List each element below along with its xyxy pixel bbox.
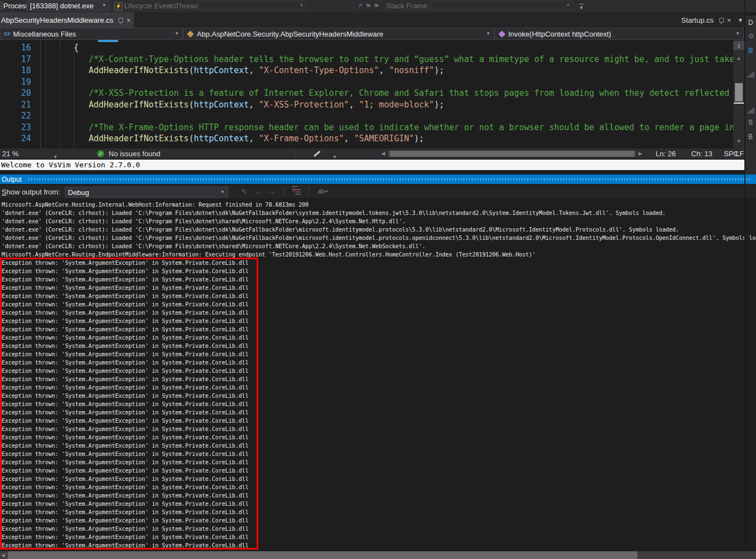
caret-position-marker [734,102,744,104]
panel-edge-decoration [747,107,754,114]
code-line[interactable]: /*The X-Frame-Options HTTP response head… [45,122,733,134]
code-line[interactable]: AddHeaderIfNotExists(httpContext, "X-Fra… [45,133,733,145]
type-dropdown[interactable]: Abp.AspNetCore.Security.AbpSecurityHeade… [183,28,494,40]
chevron-down-icon: ▼ [167,4,172,9]
splitter-handle-icon[interactable]: ↕ [733,41,744,50]
code-line[interactable]: AddHeaderIfNotExists(httpContext, "X-XSS… [45,99,733,111]
output-line: Microsoft.AspNetCore.Hosting.Internal.We… [2,201,756,209]
toolbar-overflow-button[interactable]: ▼ [578,2,585,11]
right-edge-panel-sliver: D ⚙ S B [745,16,756,175]
line-number: 18 [0,65,31,76]
csharp-file-icon: C# [4,31,11,37]
word-wrap-icon[interactable]: ab↵ [318,186,329,197]
code-editor[interactable]: 161718192021222324 {/*X-Content-Type-Opt… [0,40,733,148]
exception-highlight-annotation [0,258,258,550]
member-dropdown[interactable]: Invoke(HttpContext httpContext) ▼ [494,28,744,40]
editor-vertical-scrollbar[interactable]: ↕ ▲ ▼ [733,40,744,148]
member-name: Invoke(HttpContext httpContext) [508,30,611,38]
thread-combobox[interactable]: ▼ [197,1,307,11]
issues-status[interactable]: No issues found [109,148,160,159]
chevron-down-icon: ▼ [221,190,225,194]
gear-icon: ⚙ [748,32,754,40]
scrollbar-thumb[interactable] [390,151,635,157]
tab-startup[interactable]: Startup.cs × ▼ [681,12,743,28]
output-horizontal-scrollbar[interactable]: ◀ [0,551,756,559]
line-number: 19 [0,76,31,88]
type-name: Abp.AspNetCore.Security.AbpSecurityHeade… [197,30,383,38]
issues-check-icon: ✓ [97,150,104,157]
panel-edge-decoration [747,71,754,78]
zoom-level[interactable]: 21 % [2,148,19,159]
panel-letter: S [748,119,753,126]
status-separator [295,150,296,158]
editor-status-bar: 21 % ▼ ✓ No issues found ▼ ◀ ▶ Ln: 26 Ch… [0,148,745,159]
next-message-icon[interactable]: → [269,186,276,197]
toolbar-separator [284,187,284,196]
pin-icon[interactable] [119,18,123,23]
line-number: 23 [0,122,31,134]
output-source-combobox[interactable]: Debug ▼ [65,187,228,198]
chevron-down-icon: ▼ [486,32,491,36]
output-panel-header[interactable]: Output [0,175,756,184]
toolbar-grip[interactable] [1,2,3,11]
scroll-left-icon[interactable]: ◀ [381,148,385,159]
previous-message-icon[interactable]: ← [255,186,262,197]
code-line[interactable]: { [45,42,733,54]
navigation-bar: C# Miscellaneous Files ▼ Abp.AspNetCore.… [0,28,745,40]
thread-flag-icons[interactable]: ↱⚑⚑ [357,0,382,12]
project-dropdown[interactable]: C# Miscellaneous Files ▼ [0,28,183,40]
chevron-down-icon: ▼ [735,32,740,36]
lifecycle-events-icon: ⚡ [114,2,122,11]
code-lines[interactable]: {/*X-Content-Type-Options header tells t… [45,42,733,145]
line-number-gutter: 161718192021222324 [0,42,31,145]
scroll-down-icon[interactable]: ▼ [733,139,744,144]
debug-toolbar: Process: [163388] dotnet.exe ▼ ⚡ Lifecyc… [0,0,756,12]
output-line: 'dotnet.exe' (CoreCLR: clrhost): Loaded … [2,234,756,242]
line-ending-indicator[interactable]: LF [735,148,744,159]
tab-abpsecurityheadersmiddleware[interactable]: AbpSecurityHeadersMiddleware.cs × [0,12,134,28]
tab-label: Startup.cs [681,16,714,24]
code-line[interactable]: AddHeaderIfNotExists(httpContext, "X-Con… [45,65,733,76]
find-message-icon[interactable]: ✎ [242,186,247,197]
line-number: 22 [0,110,31,122]
pin-icon[interactable] [719,18,724,23]
scroll-left-icon[interactable]: ◀ [1,551,5,559]
code-line[interactable] [45,110,733,122]
column-indicator[interactable]: Ch: 13 [691,148,712,159]
scrollbar-thumb[interactable] [735,83,743,101]
close-icon[interactable]: × [727,17,732,24]
document-list-chevron-icon[interactable]: ▼ [738,17,743,23]
output-line: 'dotnet.exe' (CoreCLR: clrhost): Loaded … [2,217,756,225]
stack-frame-label: Stack Frame: [386,0,429,12]
vsvim-status-bar: Welcome to VsVim Version 2.7.0.0 [0,159,744,170]
clear-all-icon[interactable]: × [293,188,301,195]
output-panel-title: Output [2,176,22,183]
code-line[interactable] [45,76,733,88]
project-name: Miscellaneous Files [13,30,76,38]
visual-studio-window: Process: [163388] dotnet.exe ▼ ⚡ Lifecyc… [0,0,756,559]
panel-letter: D [748,19,753,27]
panel-letter: B [748,133,753,141]
output-line: 'dotnet.exe' (CoreCLR: clrhost): Loaded … [2,225,756,234]
chevron-down-icon: ▼ [175,32,179,36]
editor-horizontal-scrollbar[interactable] [388,151,636,157]
line-indicator[interactable]: Ln: 26 [656,148,676,159]
scroll-right-icon[interactable]: ▶ [638,148,642,159]
chevron-down-icon: ▼ [102,3,106,8]
close-icon[interactable]: × [126,17,131,24]
line-number: 24 [0,133,31,145]
code-line[interactable]: /*X-XSS-Protection is a feature of Inter… [45,88,733,99]
stack-frame-combobox[interactable]: ▼ [431,1,574,11]
toolbar-separator [309,187,309,196]
code-line[interactable]: /*X-Content-Type-Options header tells th… [45,54,733,65]
line-number: 17 [0,54,31,65]
panel-blue-mark [748,48,753,53]
output-line: 'dotnet.exe' (CoreCLR: clrhost): Loaded … [2,242,756,250]
scrollbar-thumb[interactable] [8,551,637,559]
code-cleanup-pen-icon[interactable] [314,151,321,157]
scroll-up-icon[interactable]: ▲ [733,55,744,61]
output-toolbar: Show output from: Debug ▼ ✎ ← → × ab↵ [0,185,756,198]
class-icon [187,30,194,38]
line-number: 16 [0,42,31,54]
process-combobox[interactable]: [163388] dotnet.exe ▼ [27,1,110,11]
